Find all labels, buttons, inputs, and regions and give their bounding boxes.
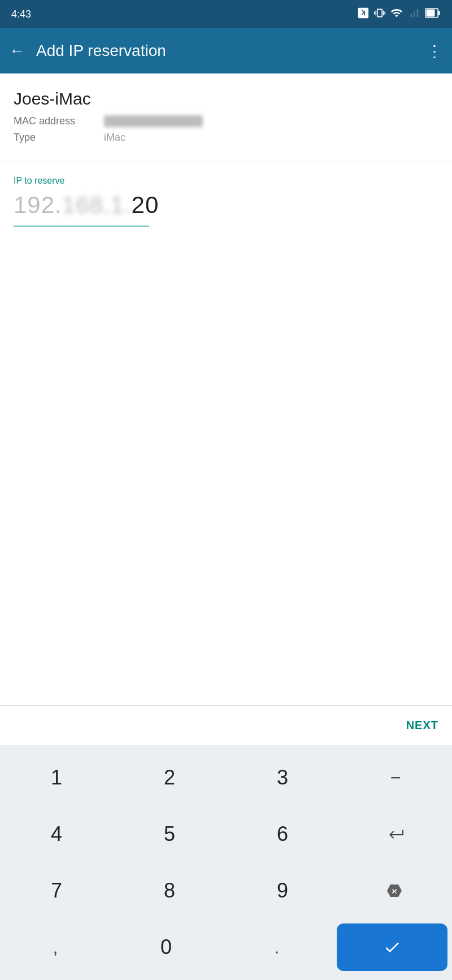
app-bar: ← Add IP reservation ⋮ xyxy=(0,28,452,73)
back-button[interactable]: ← xyxy=(9,42,25,60)
battery-icon xyxy=(425,8,441,21)
keyboard-row-1: 1 2 3 − xyxy=(0,749,452,806)
ip-field-label: IP to reserve xyxy=(14,176,438,186)
status-time: 4:43 xyxy=(11,8,31,20)
device-info-section: Joes-iMac MAC address AA:BB:CC:DD:EE:FF … xyxy=(0,73,452,162)
keyboard-row-4: , 0 . xyxy=(0,919,452,975)
status-icons xyxy=(357,7,441,22)
nfc-icon xyxy=(357,7,370,22)
device-name: Joes-iMac xyxy=(14,89,438,109)
mac-label: MAC address xyxy=(14,115,104,127)
ip-section: IP to reserve 192. 168.1. 20 xyxy=(0,162,452,466)
key-8[interactable]: 8 xyxy=(113,862,226,919)
page-title: Add IP reservation xyxy=(36,42,427,60)
wifi-icon xyxy=(390,7,403,22)
content-spacer xyxy=(0,466,452,705)
key-5[interactable]: 5 xyxy=(113,806,226,862)
ip-blurred-part: 168.1. xyxy=(62,192,132,219)
key-3[interactable]: 3 xyxy=(226,749,339,806)
content-area: Joes-iMac MAC address AA:BB:CC:DD:EE:FF … xyxy=(0,73,452,980)
signal-icon xyxy=(408,7,420,22)
ip-input-display: 192. 168.1. 20 xyxy=(14,192,438,223)
key-0[interactable]: 0 xyxy=(111,919,221,975)
keyboard: 1 2 3 − 4 5 6 7 8 9 xyxy=(0,745,452,980)
key-comma[interactable]: , xyxy=(0,919,111,975)
keyboard-row-2: 4 5 6 xyxy=(0,806,452,862)
type-label: Type xyxy=(14,132,104,144)
type-value: iMac xyxy=(104,132,125,144)
vibrate-icon xyxy=(374,7,385,22)
ip-typed-part: 20 xyxy=(132,192,159,219)
svg-rect-1 xyxy=(438,11,440,15)
key-2[interactable]: 2 xyxy=(113,749,226,806)
ip-prefix: 192. xyxy=(14,192,62,219)
key-dash[interactable]: − xyxy=(339,749,452,806)
key-9[interactable]: 9 xyxy=(226,862,339,919)
key-confirm[interactable] xyxy=(337,923,447,971)
device-type-row: Type iMac xyxy=(14,132,438,144)
key-1[interactable]: 1 xyxy=(0,749,113,806)
key-7[interactable]: 7 xyxy=(0,862,113,919)
mac-address-row: MAC address AA:BB:CC:DD:EE:FF xyxy=(14,115,438,127)
mac-value: AA:BB:CC:DD:EE:FF xyxy=(104,115,203,127)
more-options-button[interactable]: ⋮ xyxy=(427,42,443,60)
svg-rect-2 xyxy=(427,9,435,16)
ip-underline xyxy=(14,226,149,227)
key-period[interactable]: . xyxy=(221,919,332,975)
status-bar: 4:43 xyxy=(0,0,452,28)
keyboard-row-3: 7 8 9 xyxy=(0,862,452,919)
key-6[interactable]: 6 xyxy=(226,806,339,862)
next-button[interactable]: NEXT xyxy=(406,719,438,732)
key-4[interactable]: 4 xyxy=(0,806,113,862)
ip-input-container[interactable]: 192. 168.1. 20 xyxy=(14,192,438,227)
next-row: NEXT xyxy=(0,705,452,745)
key-backspace[interactable] xyxy=(339,862,452,919)
key-return[interactable] xyxy=(339,806,452,862)
